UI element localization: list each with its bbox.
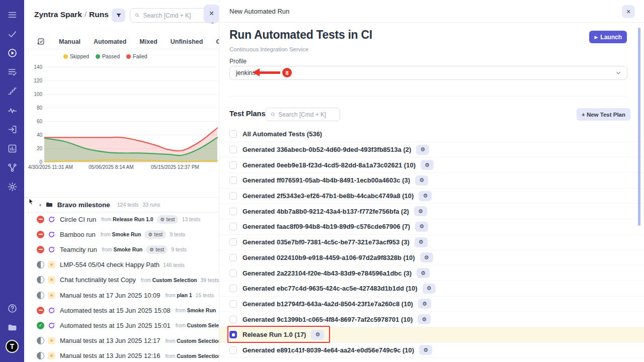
y-axis-tick: 40: [26, 132, 42, 138]
test-plan-row[interactable]: Generated 4bb7a8b0-9212-43a4-b137-f772fe…: [219, 204, 644, 219]
plan-settings-button[interactable]: ⚙: [311, 330, 324, 340]
branch-icon[interactable]: [0, 158, 24, 177]
vertical-scrollbar[interactable]: [638, 28, 640, 226]
run-row[interactable]: Automated tests at 15 Jun 2025 15:08from…: [24, 303, 219, 318]
filter-button[interactable]: [112, 9, 125, 22]
menu-icon[interactable]: [0, 5, 24, 24]
test-plan-row[interactable]: Generated 336abecb-0b52-4d60-9ded-493f3f…: [219, 142, 644, 158]
test-plan-row[interactable]: Generated 022410b9-e918-4459-a106-97d2a9…: [219, 250, 644, 266]
test-plans-search-input[interactable]: [278, 111, 336, 118]
app-sidebar: T: [0, 0, 24, 362]
run-row[interactable]: ✳Manual tests at 13 Jun 2025 12:17from C…: [24, 333, 219, 348]
help-icon[interactable]: [0, 299, 24, 318]
test-plan-row[interactable]: Generated 2a223104-f20e-4b43-83d9-e78459…: [219, 265, 644, 281]
plan-checkbox[interactable]: [229, 146, 237, 153]
plan-settings-button[interactable]: ⚙: [423, 284, 436, 294]
legend-item-passed[interactable]: Passed: [96, 53, 120, 59]
plan-checkbox[interactable]: [229, 300, 237, 308]
gear-icon[interactable]: [0, 177, 24, 196]
tab-unfinished[interactable]: Unfinished: [164, 38, 210, 45]
plan-label: Generated 4bb7a8b0-9212-43a4-b137-f772fe…: [243, 208, 409, 215]
new-test-plan-button[interactable]: + New Test Plan: [577, 108, 630, 121]
play-circle-icon[interactable]: [0, 43, 24, 62]
plan-checkbox[interactable]: [229, 130, 237, 138]
plan-checkbox[interactable]: [229, 223, 237, 230]
test-plan-row[interactable]: Generated b12794f3-643a-4a2d-8504-23f1e7…: [219, 297, 644, 312]
plan-checkbox[interactable]: [229, 269, 237, 277]
tab-automated[interactable]: Automated: [87, 38, 133, 45]
y-axis-tick: 100: [26, 92, 42, 97]
launch-button[interactable]: ▶ Launch: [589, 31, 627, 43]
plan-settings-button[interactable]: ⚙: [415, 222, 428, 232]
test-plan-row[interactable]: Generated faac8f09-94b8-4b19-89d9-c576cd…: [219, 219, 644, 235]
plan-settings-button[interactable]: ⚙: [418, 299, 431, 309]
chevron-right-icon[interactable]: ›: [39, 202, 41, 208]
test-plan-row[interactable]: Generated 0eeb9e18-f23d-4cd5-82dd-8a1a73…: [219, 157, 644, 173]
tab-mixed[interactable]: Mixed: [133, 38, 164, 45]
plan-settings-button[interactable]: ⚙: [415, 237, 428, 247]
test-plan-row[interactable]: Generated ff076591-05ab-4b4b-8491-1ecb00…: [219, 173, 644, 189]
list-check-icon[interactable]: [0, 62, 24, 81]
run-row[interactable]: ✳Chat functinality test Copyfrom Custom …: [24, 273, 219, 288]
select-runs-icon[interactable]: [37, 37, 45, 46]
plan-settings-button[interactable]: ⚙: [416, 145, 429, 155]
runs-search-input[interactable]: [143, 12, 205, 19]
test-plan-row[interactable]: Generated 9c1399b1-c065-4f84-8697-7af2c5…: [219, 312, 644, 327]
legend-label: Skipped: [70, 53, 89, 59]
pulse-icon[interactable]: [0, 101, 24, 120]
plan-checkbox[interactable]: [229, 208, 237, 215]
test-plans-search[interactable]: [266, 108, 340, 121]
plan-settings-button[interactable]: ⚙: [418, 314, 431, 324]
folder-icon[interactable]: [0, 318, 24, 337]
test-plan-row[interactable]: Generated e891c41f-8039-4e64-aa24-e0d56e…: [219, 343, 644, 358]
plan-checkbox[interactable]: [229, 285, 237, 292]
run-tests-count: 15 tests: [196, 292, 214, 298]
run-row[interactable]: Teamcity runfrom Smoke Run⚙test9 tests: [24, 242, 219, 257]
import-icon[interactable]: [0, 120, 24, 139]
plan-checkbox[interactable]: [229, 331, 237, 338]
plan-settings-button[interactable]: ⚙: [419, 345, 432, 355]
run-row[interactable]: Bamboo runfrom Smoke Run⚙test9 tests: [24, 227, 219, 242]
test-plan-row[interactable]: All Automated Tests (536): [219, 127, 644, 142]
plan-settings-button[interactable]: ⚙: [419, 191, 432, 201]
test-plan-row[interactable]: Generated 2f5343e3-ef26-47b1-be8b-44cabc…: [219, 189, 644, 204]
plan-settings-button[interactable]: ⚙: [417, 268, 430, 278]
test-plan-row[interactable]: Generated 035e7bf0-7381-4c5c-be77-321e73…: [219, 235, 644, 250]
plan-settings-button[interactable]: ⚙: [421, 160, 434, 170]
steps-icon[interactable]: [0, 81, 24, 101]
test-plan-row[interactable]: Release Run 1.0 (17)⚙: [219, 327, 644, 343]
plan-checkbox[interactable]: [229, 176, 237, 184]
plan-settings-button[interactable]: ⚙: [420, 252, 433, 262]
run-row[interactable]: ✳Manual tests at 13 Jun 2025 12:16from C…: [24, 348, 219, 362]
plan-checkbox[interactable]: [229, 161, 237, 169]
test-plan-row[interactable]: Generated ebc77c4d-9635-424c-ac5e-427483…: [219, 281, 644, 297]
gear-icon: ⚙: [160, 217, 165, 222]
runs-panel-close-button[interactable]: ×: [204, 5, 219, 23]
plan-checkbox[interactable]: [229, 192, 237, 200]
runs-search[interactable]: [130, 8, 209, 23]
run-row[interactable]: ✳Manual tests at 17 Jun 2025 10:09from p…: [24, 288, 219, 303]
tab-manual[interactable]: Manual: [52, 38, 87, 45]
panel-header: New Automated Run ×: [219, 0, 644, 23]
run-title: Automated tests at 15 Jun 2025 15:08: [60, 307, 171, 314]
status-failed-icon: [37, 246, 44, 253]
plan-checkbox[interactable]: [229, 316, 237, 323]
tab-groups[interactable]: Groups: [209, 38, 219, 45]
plan-checkbox[interactable]: [229, 346, 237, 354]
run-row[interactable]: Automated tests at 15 Jun 2025 15:01from…: [24, 318, 219, 333]
plan-settings-button[interactable]: ⚙: [414, 206, 427, 216]
x-axis-tick: 4/30/2025 11:31 AM: [28, 164, 73, 170]
bar-chart-icon[interactable]: [0, 139, 24, 158]
run-row[interactable]: ✳LMP-554 05/04 check Happy Path146 tests: [24, 257, 219, 273]
plan-checkbox[interactable]: [229, 254, 237, 261]
legend-item-skipped[interactable]: Skipped: [63, 53, 89, 59]
plan-settings-button[interactable]: ⚙: [415, 175, 428, 186]
legend-item-failed[interactable]: Failed: [126, 53, 147, 59]
run-row[interactable]: Circle CI runfrom Release Run 1.0⚙test13…: [24, 212, 219, 227]
panel-close-button[interactable]: ×: [622, 5, 635, 18]
check-icon[interactable]: [0, 24, 24, 43]
milestone-row[interactable]: › Bravo milestone 124 tests 33 runs: [24, 197, 219, 212]
test-badge: ⚙test: [157, 215, 179, 224]
app-logo[interactable]: T: [0, 337, 24, 356]
plan-checkbox[interactable]: [229, 238, 237, 246]
